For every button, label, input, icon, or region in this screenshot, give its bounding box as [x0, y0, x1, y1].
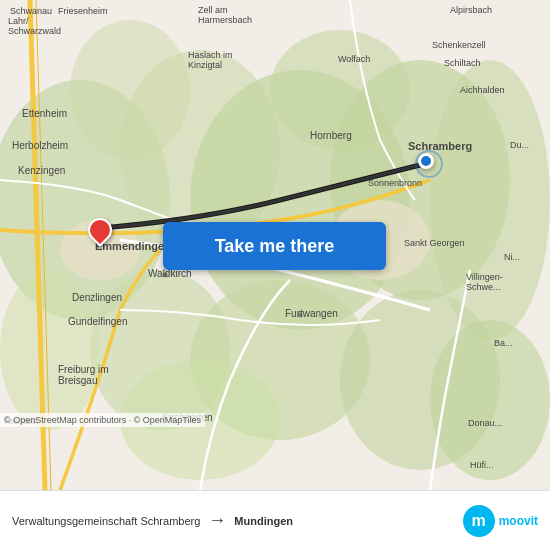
destination-pin: [418, 153, 434, 169]
moovit-text: moovit: [499, 514, 538, 528]
svg-point-12: [270, 30, 410, 150]
take-me-there-button[interactable]: Take me there: [163, 222, 386, 270]
svg-point-10: [430, 320, 550, 480]
route-from: Verwaltungsgemeinschaft Schramberg: [12, 515, 200, 527]
origin-pin: [88, 218, 112, 246]
route-arrow-icon: →: [208, 510, 226, 531]
svg-point-9: [430, 60, 550, 340]
map-container: Schwanau Lahr/Schwarzwald Friesenheim Ze…: [0, 0, 550, 490]
route-info: Verwaltungsgemeinschaft Schramberg → Mun…: [12, 510, 463, 531]
moovit-icon: m: [463, 505, 495, 537]
svg-point-11: [70, 20, 190, 160]
bottom-bar: Verwaltungsgemeinschaft Schramberg → Mun…: [0, 490, 550, 550]
moovit-logo: m moovit: [463, 505, 538, 537]
svg-point-18: [298, 313, 303, 318]
svg-point-17: [163, 273, 168, 278]
route-to: Mundingen: [234, 515, 293, 527]
map-attribution: © OpenStreetMap contributors · © OpenMap…: [0, 413, 205, 427]
svg-point-8: [0, 270, 100, 430]
